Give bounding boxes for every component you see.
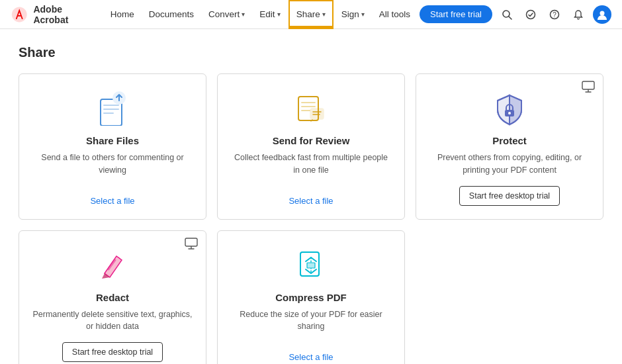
nav-sign[interactable]: Sign▾: [335, 0, 371, 29]
card-redact: Redact Permanently delete sensitive text…: [19, 230, 206, 365]
nav-items: Home Documents Convert▾ Edit▾ Share▾ Sig…: [104, 0, 417, 29]
share-files-desc: Send a file to others for commenting or …: [32, 152, 193, 187]
compress-pdf-link[interactable]: Select a file: [289, 352, 333, 362]
bell-icon: [573, 9, 584, 20]
card-compress-pdf: Compress PDF Reduce the size of your PDF…: [217, 230, 405, 365]
checkmark-circle-icon: [525, 9, 536, 20]
nav-home[interactable]: Home: [104, 0, 141, 29]
send-review-desc: Collect feedback fast from multiple peop…: [231, 152, 391, 187]
compress-pdf-icon: [292, 247, 330, 284]
help-button[interactable]: ?: [545, 5, 564, 24]
start-trial-button[interactable]: Start free trial: [420, 5, 492, 23]
nav-edit[interactable]: Edit▾: [253, 0, 287, 29]
avatar[interactable]: [593, 5, 611, 24]
card-send-review: Send for Review Collect feedback fast fr…: [217, 73, 405, 220]
protect-title: Protect: [492, 135, 527, 146]
svg-rect-24: [185, 238, 197, 246]
protect-desktop-icon: [582, 81, 595, 96]
svg-rect-7: [103, 105, 119, 106]
cards-row1: Share Files Send a file to others for co…: [19, 73, 603, 220]
svg-rect-16: [310, 109, 324, 119]
svg-rect-13: [301, 102, 316, 103]
logo-text: Adobe Acrobat: [33, 4, 95, 25]
svg-text:?: ?: [553, 11, 556, 19]
svg-rect-19: [582, 81, 594, 89]
page-title: Share: [19, 45, 603, 60]
search-icon: [502, 9, 512, 20]
nav-right: Start free trial ?: [420, 5, 611, 24]
nav-share[interactable]: Share▾: [289, 0, 333, 29]
redact-trial-button[interactable]: Start free desktop trial: [62, 342, 163, 362]
send-review-link[interactable]: Select a file: [289, 196, 333, 206]
svg-line-1: [509, 17, 511, 19]
card-protect: Protect Prevent others from copying, edi…: [416, 73, 603, 220]
svg-rect-8: [103, 109, 119, 110]
help-icon: ?: [549, 9, 560, 20]
svg-rect-29: [307, 263, 315, 268]
svg-point-23: [508, 112, 511, 114]
redact-desc: Permanently delete sensitive text, graph…: [32, 308, 193, 334]
nav-alltools[interactable]: All tools: [373, 0, 417, 29]
protect-desc: Prevent others from copying, editing, or…: [429, 152, 590, 177]
nav-documents[interactable]: Documents: [142, 0, 200, 29]
compress-pdf-desc: Reduce the size of your PDF for easier s…: [231, 308, 391, 343]
svg-rect-15: [301, 110, 310, 111]
svg-point-2: [527, 10, 535, 19]
share-files-link[interactable]: Select a file: [90, 196, 134, 206]
main-content: Share Share Files Send a file to others …: [0, 29, 622, 364]
cards-row2: Redact Permanently delete sensitive text…: [19, 230, 603, 365]
compress-pdf-title: Compress PDF: [275, 292, 347, 303]
avatar-icon: [596, 9, 608, 21]
redact-title: Redact: [96, 292, 129, 303]
svg-rect-14: [301, 106, 316, 107]
redact-desktop-icon: [185, 238, 198, 253]
share-files-icon: [94, 90, 131, 127]
svg-rect-9: [103, 113, 114, 114]
svg-point-5: [600, 11, 605, 15]
checkmark-button[interactable]: [521, 5, 540, 24]
protect-trial-button[interactable]: Start free desktop trial: [459, 186, 560, 206]
protect-icon: [491, 90, 528, 127]
redact-icon: [94, 247, 131, 284]
acrobat-logo-icon: [11, 5, 28, 24]
navbar: Adobe Acrobat Home Documents Convert▾ Ed…: [0, 0, 622, 29]
share-files-title: Share Files: [86, 135, 139, 146]
card-share-files: Share Files Send a file to others for co…: [19, 73, 206, 220]
send-review-title: Send for Review: [273, 135, 350, 146]
nav-convert[interactable]: Convert▾: [202, 0, 251, 29]
send-review-icon: [292, 90, 330, 127]
logo[interactable]: Adobe Acrobat: [11, 4, 96, 25]
notifications-button[interactable]: [569, 5, 588, 24]
search-button[interactable]: [498, 5, 516, 24]
